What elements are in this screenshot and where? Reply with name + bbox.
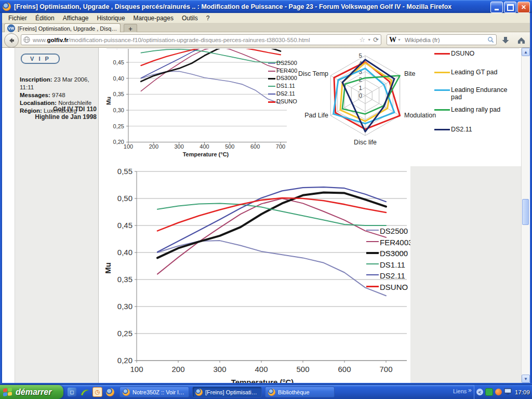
quick-launch-clock-icon[interactable]: ◷ bbox=[92, 387, 102, 397]
tray-display-icon[interactable] bbox=[504, 388, 512, 397]
svg-text:Bite: Bite bbox=[404, 70, 416, 77]
wikipedia-w-icon: W bbox=[389, 36, 396, 44]
maximize-button[interactable] bbox=[504, 2, 516, 13]
scrollbar-thumb[interactable] bbox=[522, 199, 529, 225]
legend-swatch bbox=[366, 274, 379, 275]
tray-green-status-icon[interactable] bbox=[485, 388, 493, 396]
svg-text:0,25: 0,25 bbox=[113, 123, 124, 129]
legend-swatch bbox=[366, 263, 379, 264]
menu-item-3[interactable]: Historique bbox=[93, 14, 129, 23]
legend-item-FER4003: FER4003 bbox=[366, 238, 416, 247]
scroll-down-button[interactable]: ▼ bbox=[522, 375, 530, 383]
urlbar-dropdown-icon[interactable]: ▼ bbox=[367, 38, 371, 42]
series-line-FER4003 bbox=[141, 49, 281, 91]
svg-text:Pad Life: Pad Life bbox=[304, 112, 328, 119]
close-button[interactable]: ✕ bbox=[517, 2, 530, 13]
menu-item-0[interactable]: Fichier bbox=[4, 14, 31, 23]
taskbar-task-2[interactable]: Bibliothèque bbox=[265, 387, 335, 397]
window-border-right bbox=[530, 13, 532, 385]
menu-item-5[interactable]: Outils bbox=[178, 14, 202, 23]
url-bar[interactable]: www.golfiv.fr/modification-puissance-f10… bbox=[21, 34, 381, 45]
svg-text:0,40: 0,40 bbox=[117, 248, 132, 257]
series-line-DSUNO bbox=[141, 49, 281, 65]
svg-text:0,30: 0,30 bbox=[117, 302, 132, 311]
legend-swatch bbox=[268, 86, 275, 87]
tray-orange-app-icon[interactable] bbox=[495, 389, 502, 395]
window-controls: ✕ bbox=[490, 2, 530, 13]
legend-item-Leading GT pad: Leading GT pad bbox=[434, 69, 517, 76]
svg-text:200: 200 bbox=[171, 365, 184, 374]
vw-favicon-icon: VW bbox=[7, 24, 15, 32]
vertical-scrollbar[interactable]: ▲ ▼ bbox=[521, 48, 529, 383]
svg-text:Disc life: Disc life bbox=[354, 139, 377, 146]
links-chevron-icon[interactable]: » bbox=[468, 387, 472, 394]
tray-collapse-chevron-icon[interactable]: < bbox=[476, 389, 483, 395]
taskbar-clock: 17:09 bbox=[515, 389, 530, 395]
back-arrow-icon bbox=[8, 37, 15, 44]
legend-swatch bbox=[434, 129, 450, 130]
bookmark-star-icon[interactable]: ☆ bbox=[360, 36, 366, 44]
quick-launch-app-icon[interactable]: ◻ bbox=[68, 388, 76, 396]
radar-chart: 012345BiteModulationDisc lifePad LifeDis… bbox=[297, 49, 453, 164]
home-button[interactable] bbox=[514, 34, 528, 46]
scroll-up-button[interactable]: ▲ bbox=[522, 48, 530, 56]
menu-item-1[interactable]: Édition bbox=[31, 14, 59, 23]
svg-text:300: 300 bbox=[174, 143, 183, 150]
legend-swatch bbox=[268, 94, 275, 95]
legend-swatch bbox=[434, 53, 450, 55]
vip-badge: V I P bbox=[21, 54, 60, 64]
search-input[interactable] bbox=[404, 36, 487, 44]
svg-text:0,50: 0,50 bbox=[113, 49, 124, 49]
legend-swatch bbox=[434, 109, 450, 111]
title-bar: [Freins] Optimisation, Upgrade , Disques… bbox=[0, 0, 532, 13]
signature-line-1: Golf IV TDI 110 bbox=[18, 105, 97, 113]
quick-launch-firefox-icon[interactable] bbox=[106, 388, 114, 396]
download-button[interactable] bbox=[499, 34, 512, 46]
search-bar[interactable]: W ▼ bbox=[387, 34, 497, 45]
system-tray: < 17:09 bbox=[474, 385, 532, 399]
svg-text:0,30: 0,30 bbox=[113, 107, 124, 113]
quick-launch-swoosh-icon[interactable] bbox=[80, 388, 89, 396]
back-button[interactable] bbox=[4, 33, 19, 48]
svg-text:400: 400 bbox=[255, 365, 268, 374]
start-button[interactable]: démarrer bbox=[0, 385, 63, 399]
menu-bar: FichierÉditionAffichageHistoriqueMarque-… bbox=[2, 13, 530, 23]
search-engine-dropdown-icon[interactable]: ▼ bbox=[397, 38, 401, 42]
menu-item-4[interactable]: Marque-pages bbox=[129, 14, 178, 23]
windows-flag-icon bbox=[3, 388, 12, 397]
series-line-DS3000 bbox=[141, 49, 281, 82]
menu-item-2[interactable]: Affichage bbox=[59, 14, 93, 23]
legend-swatch bbox=[366, 252, 379, 254]
legend-item-DS1.11: DS1.11 bbox=[366, 260, 416, 269]
task-firefox-icon bbox=[268, 389, 275, 396]
taskbar-task-1[interactable]: [Freins] Optimisation,... bbox=[192, 387, 262, 397]
taskbar-task-0[interactable]: Notre350Z :: Voir le s... bbox=[119, 387, 189, 397]
links-toolbar-label[interactable]: Liens bbox=[453, 388, 467, 394]
legend-item-DS2500: DS2500 bbox=[268, 60, 297, 66]
tab-active[interactable]: VW [Freins] Optimisation, Upgrade , Disq… bbox=[4, 23, 121, 33]
svg-text:100: 100 bbox=[130, 365, 143, 374]
legend-swatch bbox=[434, 72, 450, 73]
reload-icon[interactable]: ⟳ bbox=[373, 36, 379, 44]
svg-text:700: 700 bbox=[276, 143, 285, 150]
legend-item-DS2.11: DS2.11 bbox=[268, 90, 297, 97]
series-line-DSUNO bbox=[157, 198, 386, 231]
legend-item-DS1.11: DS1.11 bbox=[268, 83, 297, 89]
minimize-button[interactable] bbox=[490, 2, 503, 13]
svg-text:0,40: 0,40 bbox=[113, 75, 124, 82]
search-magnifier-icon[interactable] bbox=[487, 36, 494, 43]
svg-text:700: 700 bbox=[379, 365, 392, 374]
legend-swatch bbox=[268, 63, 275, 64]
series-line-DS1.11 bbox=[157, 203, 386, 225]
series-line-DS2500 bbox=[141, 71, 281, 104]
download-arrow-icon bbox=[501, 36, 510, 44]
legend-item-DSUNO: DSUNO bbox=[268, 98, 297, 105]
legend-item-DSUNO: DSUNO bbox=[366, 283, 416, 291]
svg-text:Temperature (°C): Temperature (°C) bbox=[183, 151, 229, 157]
menu-item-6[interactable]: ? bbox=[202, 14, 214, 23]
firefox-icon bbox=[3, 3, 11, 11]
svg-text:Mu: Mu bbox=[103, 262, 112, 274]
task-firefox-icon bbox=[123, 389, 130, 396]
legend-item-FER4003: FER4003 bbox=[268, 68, 297, 74]
svg-text:1: 1 bbox=[359, 85, 362, 91]
